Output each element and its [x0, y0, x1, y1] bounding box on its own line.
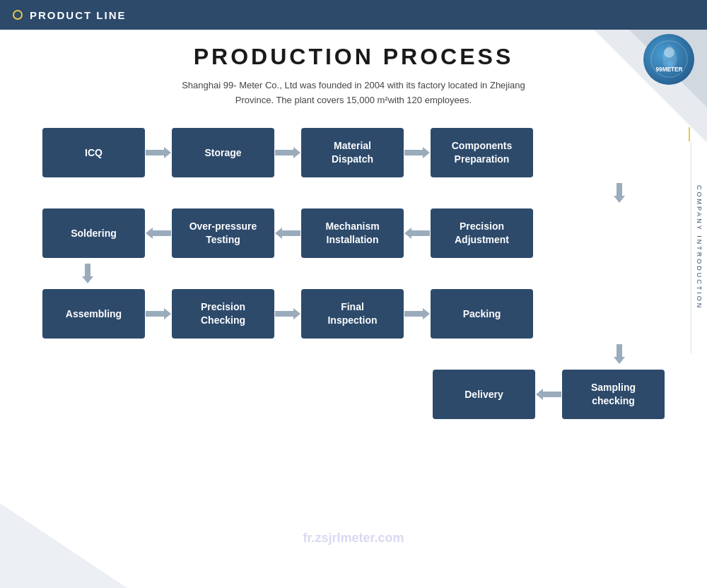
arrow-right-2 — [274, 146, 301, 159]
flow-row-1: ICQ Storage MaterialDispatch ComponentsP… — [42, 128, 665, 177]
connector-3-4 — [42, 344, 665, 364]
flow-box-delivery: Delivery — [433, 370, 535, 419]
svg-marker-14 — [404, 308, 430, 319]
flow-box-sampling-checking: Samplingchecking — [562, 370, 665, 419]
arrow-left-1 — [145, 227, 172, 240]
svg-marker-13 — [275, 308, 300, 319]
flow-box-mechanism-installation: MechanismInstallation — [301, 208, 404, 258]
triangle-bottom-left-deco — [0, 503, 127, 588]
arrow-left-3 — [404, 227, 431, 240]
over-pressure-label: Over-pressureTesting — [189, 220, 257, 245]
svg-marker-10 — [404, 228, 430, 239]
watermark: fr.zsjrlmeter.com — [303, 531, 404, 546]
flow-box-material-dispatch: MaterialDispatch — [301, 128, 404, 177]
flow-box-over-pressure: Over-pressureTesting — [172, 208, 274, 258]
flow-box-assembling: Assembling — [42, 289, 145, 339]
arrow-down-2 — [81, 264, 94, 283]
flow-row-3: Assembling PrecisionChecking FinalInspec… — [42, 289, 665, 339]
svg-marker-7 — [614, 183, 625, 203]
flow-box-precision-adjustment: PrecisionAdjustment — [431, 208, 533, 258]
flow-box-storage: Storage — [172, 128, 274, 177]
flow-box-packing: Packing — [431, 289, 533, 339]
svg-marker-4 — [146, 147, 171, 158]
arrow-right-4 — [145, 307, 172, 320]
header-bar: PRODUCT LINE — [0, 0, 707, 30]
arrow-left-4 — [535, 388, 562, 401]
svg-marker-11 — [82, 264, 93, 283]
svg-marker-12 — [146, 308, 171, 319]
page-subtitle: Shanghai 99- Meter Co., Ltd was founded … — [35, 78, 672, 108]
arrow-right-6 — [404, 307, 431, 320]
company-logo: 99METER — [643, 34, 694, 85]
flow-box-components-preparation: ComponentsPreparation — [431, 128, 533, 177]
page-title: PRODUCTION PROCESS — [35, 44, 672, 70]
arrow-right-5 — [274, 307, 301, 320]
svg-marker-15 — [614, 344, 625, 364]
svg-marker-8 — [146, 228, 171, 239]
arrow-down-1 — [613, 183, 626, 203]
flow-box-icq: ICQ — [42, 128, 145, 177]
components-preparation-label: ComponentsPreparation — [452, 139, 513, 165]
arrow-left-2 — [274, 227, 301, 240]
svg-marker-16 — [536, 389, 561, 400]
svg-marker-6 — [404, 147, 430, 158]
precision-checking-label: PrecisionChecking — [201, 300, 245, 326]
flow-diagram: ICQ Storage MaterialDispatch ComponentsP… — [35, 128, 672, 419]
flow-box-soldering: Soldering — [42, 208, 145, 258]
precision-adjustment-label: PrecisionAdjustment — [455, 220, 509, 245]
sidebar-label: COMPANY INTRODUCTION — [691, 141, 707, 353]
flow-row-2: Soldering Over-pressureTesting Mechanism… — [42, 208, 665, 258]
mechanism-installation-label: MechanismInstallation — [325, 220, 379, 245]
flow-row-4: Delivery Samplingchecking — [42, 370, 665, 419]
arrow-down-3 — [613, 344, 626, 364]
arrow-right-3 — [404, 146, 431, 159]
svg-marker-9 — [275, 228, 300, 239]
header-circle-icon — [13, 10, 23, 20]
svg-text:99METER: 99METER — [655, 66, 682, 73]
svg-marker-5 — [275, 147, 300, 158]
main-content: PRODUCTION PROCESS Shanghai 99- Meter Co… — [0, 30, 707, 426]
connector-2-3 — [42, 264, 665, 283]
svg-point-1 — [664, 47, 674, 58]
flow-box-precision-checking: PrecisionChecking — [172, 289, 274, 339]
connector-1-2 — [42, 183, 665, 203]
flow-box-final-inspection: FinalInspection — [301, 289, 404, 339]
sampling-checking-label: Samplingchecking — [591, 381, 636, 406]
material-dispatch-label: MaterialDispatch — [332, 139, 373, 165]
header-title: PRODUCT LINE — [30, 9, 127, 21]
arrow-right-1 — [145, 146, 172, 159]
final-inspection-label: FinalInspection — [327, 300, 377, 326]
